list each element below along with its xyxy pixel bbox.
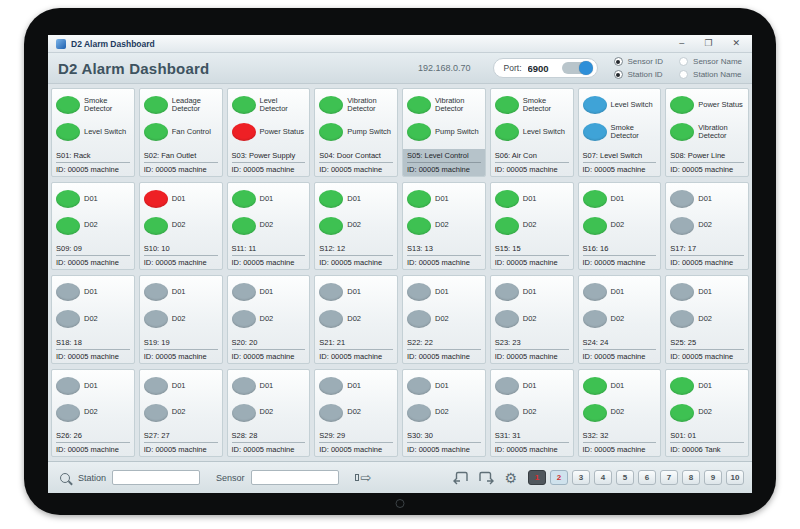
sensor-row: D01 (232, 377, 306, 395)
sensor-area: Vibration DetectorPump Switch (315, 89, 397, 149)
card-label-area: S23: 23ID: 00005 machine (491, 336, 573, 363)
sensor-label: D01 (347, 195, 361, 204)
port-input[interactable] (528, 63, 562, 74)
sensor-row: D02 (583, 217, 657, 235)
return-left-icon[interactable] (452, 470, 469, 485)
sensor-label: Level Switch (84, 128, 126, 137)
station-card[interactable]: Vibration DetectorPump SwitchS04: Door C… (314, 88, 398, 177)
station-card[interactable]: D01D02S01: 01ID: 00006 Tank (665, 369, 749, 458)
station-card[interactable]: Smoke DetectorLevel SwitchS01: RackID: 0… (51, 88, 135, 177)
sensor-area: D01D02 (666, 370, 748, 430)
station-card[interactable]: D01D02S18: 18ID: 00005 machine (51, 275, 135, 364)
status-dot-icon (495, 283, 519, 301)
radio-station-name[interactable]: Station Name (679, 70, 742, 79)
station-card[interactable]: Level SwitchSmoke DetectorS07: Level Swi… (578, 88, 662, 177)
station-search-input[interactable] (112, 470, 200, 485)
page-button-8[interactable]: 8 (682, 470, 700, 485)
station-card[interactable]: Smoke DetectorLevel SwitchS06: Air ConID… (490, 88, 574, 177)
minimize-button[interactable]: – (679, 39, 684, 48)
station-id: ID: 00005 machine (232, 255, 306, 267)
station-card[interactable]: D01D02S22: 22ID: 00005 machine (402, 275, 486, 364)
station-id: ID: 00005 machine (583, 349, 657, 361)
station-id: ID: 00005 machine (56, 162, 130, 174)
status-dot-icon (232, 96, 256, 114)
station-name: S16: 16 (579, 243, 661, 255)
settings-gear-icon[interactable]: ⚙ (504, 471, 517, 485)
sensor-label: D02 (84, 315, 98, 324)
status-dot-icon (670, 310, 694, 328)
station-card[interactable]: D01D02S29: 29ID: 00005 machine (314, 369, 398, 458)
station-card[interactable]: D01D02S13: 13ID: 00005 machine (402, 182, 486, 271)
station-card[interactable]: D01D02S24: 24ID: 00005 machine (578, 275, 662, 364)
station-card[interactable]: D01D02S17: 17ID: 00005 machine (665, 182, 749, 271)
station-card[interactable]: D01D02S23: 23ID: 00005 machine (490, 275, 574, 364)
status-dot-icon (144, 123, 168, 141)
sensor-label: D02 (84, 408, 98, 417)
card-label-area: S15: 15ID: 00005 machine (491, 242, 573, 269)
status-dot-icon (232, 310, 256, 328)
maximize-button[interactable]: ❐ (704, 39, 712, 48)
status-dot-icon (407, 123, 431, 141)
page-button-1[interactable]: 1 (528, 470, 546, 485)
sensor-row: D01 (670, 190, 744, 208)
sensor-label: D01 (84, 195, 98, 204)
page-button-3[interactable]: 3 (572, 470, 590, 485)
card-label-area: S25: 25ID: 00005 machine (666, 336, 748, 363)
sensor-area: D01D02 (491, 276, 573, 336)
station-id: ID: 00005 machine (495, 162, 569, 174)
go-arrow-icon[interactable]: ⇨ (355, 471, 372, 484)
sensor-search-input[interactable] (251, 470, 339, 485)
status-dot-icon (56, 404, 80, 422)
station-name: S19: 19 (140, 337, 222, 349)
status-dot-icon (144, 190, 168, 208)
status-dot-icon (319, 96, 343, 114)
sensor-row: D01 (319, 190, 393, 208)
station-card[interactable]: D01D02S21: 21ID: 00005 machine (314, 275, 398, 364)
station-card[interactable]: D01D02S09: 09ID: 00005 machine (51, 182, 135, 271)
sensor-label: D01 (435, 288, 449, 297)
page-button-9[interactable]: 9 (704, 470, 722, 485)
station-card[interactable]: D01D02S25: 25ID: 00005 machine (665, 275, 749, 364)
station-card[interactable]: D01D02S27: 27ID: 00005 machine (139, 369, 223, 458)
station-card[interactable]: D01D02S20: 20ID: 00005 machine (227, 275, 311, 364)
card-label-area: S08: Power LineID: 00005 machine (666, 149, 748, 176)
station-card[interactable]: D01D02S30: 30ID: 00005 machine (402, 369, 486, 458)
enter-right-icon[interactable] (478, 470, 495, 485)
page-title: D2 Alarm Dashboard (58, 60, 209, 77)
station-card[interactable]: D01D02S15: 15ID: 00005 machine (490, 182, 574, 271)
page-button-6[interactable]: 6 (638, 470, 656, 485)
station-card[interactable]: Vibration DetectorPump SwitchS05: Level … (402, 88, 486, 177)
station-card[interactable]: D01D02S26: 26ID: 00005 machine (51, 369, 135, 458)
radio-sensor-id[interactable]: Sensor ID (614, 57, 664, 66)
page-button-5[interactable]: 5 (616, 470, 634, 485)
station-card[interactable]: D01D02S12: 12ID: 00005 machine (314, 182, 398, 271)
sensor-area: D01D02 (52, 370, 134, 430)
sensor-label: D02 (172, 221, 186, 230)
connection-toggle[interactable] (562, 62, 592, 74)
page-button-4[interactable]: 4 (594, 470, 612, 485)
radio-station-id[interactable]: Station ID (614, 70, 664, 79)
card-label-area: S30: 30ID: 00005 machine (403, 429, 485, 456)
station-name: S04: Door Contact (315, 150, 397, 162)
station-card[interactable]: D01D02S32: 32ID: 00005 machine (578, 369, 662, 458)
close-button[interactable]: ✕ (732, 39, 740, 48)
station-card[interactable]: D01D02S19: 19ID: 00005 machine (139, 275, 223, 364)
station-card[interactable]: Level DetectorPower StatusS03: Power Sup… (227, 88, 311, 177)
station-card[interactable]: D01D02S31: 31ID: 00005 machine (490, 369, 574, 458)
station-card[interactable]: Power StatusVibration DetectorS08: Power… (665, 88, 749, 177)
card-label-area: S19: 19ID: 00005 machine (140, 336, 222, 363)
sensor-label: D02 (260, 221, 274, 230)
status-dot-icon (56, 283, 80, 301)
page-button-10[interactable]: 10 (726, 470, 744, 485)
station-id: ID: 00005 machine (232, 349, 306, 361)
page-button-2[interactable]: 2 (550, 470, 568, 485)
station-id: ID: 00005 machine (319, 442, 393, 454)
station-card[interactable]: D01D02S28: 28ID: 00005 machine (227, 369, 311, 458)
station-card[interactable]: D01D02S11: 11ID: 00005 machine (227, 182, 311, 271)
radio-sensor-name[interactable]: Sensor Name (679, 57, 742, 66)
page-button-7[interactable]: 7 (660, 470, 678, 485)
station-card[interactable]: D01D02S16: 16ID: 00005 machine (578, 182, 662, 271)
station-card[interactable]: D01D02S10: 10ID: 00005 machine (139, 182, 223, 271)
station-card[interactable]: Leadage DetectorFan ControlS02: Fan Outl… (139, 88, 223, 177)
card-label-area: S09: 09ID: 00005 machine (52, 242, 134, 269)
